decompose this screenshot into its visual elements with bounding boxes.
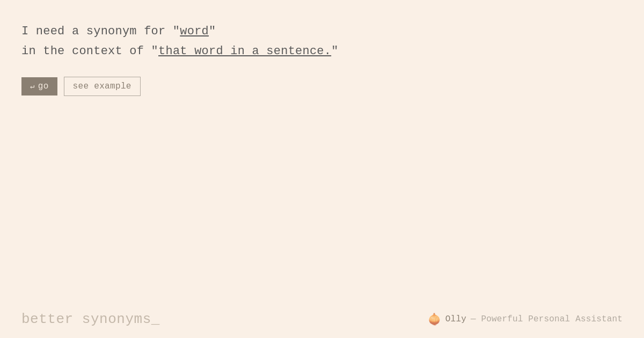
footer: better synonyms_ 🧅 Olly — Powerful Perso… (0, 300, 644, 338)
go-button[interactable]: ↵ go (21, 77, 57, 95)
go-label: go (38, 82, 49, 91)
olly-description: — Powerful Personal Assistant (471, 314, 623, 324)
olly-name: Olly (445, 314, 466, 324)
prompt-line1-prefix: I need a synonym for " (21, 25, 180, 38)
see-example-label: see example (73, 82, 131, 91)
prompt-line2-prefix: in the context of " (21, 45, 158, 58)
olly-icon: 🧅 (428, 313, 441, 326)
prompt-line-1: I need a synonym for "word" (21, 21, 623, 41)
prompt-line2-suffix: " (331, 45, 338, 58)
footer-right: 🧅 Olly — Powerful Personal Assistant (428, 313, 623, 326)
see-example-button[interactable]: see example (64, 77, 141, 96)
prompt-line1-suffix: " (209, 25, 216, 38)
main-content: I need a synonym for "word" in the conte… (0, 0, 644, 300)
footer-tagline: better synonyms_ (21, 311, 160, 327)
prompt-line-2: in the context of "that word in a senten… (21, 41, 623, 61)
buttons-row: ↵ go see example (21, 77, 623, 96)
context-highlight: that word in a sentence. (158, 45, 331, 58)
word-highlight: word (180, 25, 209, 38)
prompt-text: I need a synonym for "word" in the conte… (21, 21, 623, 62)
enter-icon: ↵ (30, 82, 35, 91)
